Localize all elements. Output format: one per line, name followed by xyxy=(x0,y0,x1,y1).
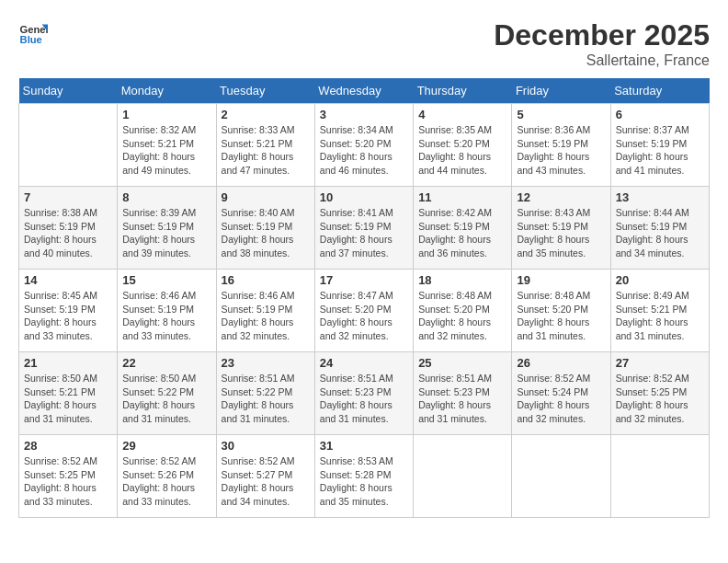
day-info: Sunrise: 8:46 AM Sunset: 5:19 PM Dayligh… xyxy=(122,289,210,343)
calendar-cell: 5Sunrise: 8:36 AM Sunset: 5:19 PM Daylig… xyxy=(512,104,610,187)
day-number: 23 xyxy=(222,356,310,370)
calendar-cell: 10Sunrise: 8:41 AM Sunset: 5:19 PM Dayli… xyxy=(314,187,413,270)
day-number: 5 xyxy=(517,108,605,121)
weekday-header-cell: Thursday xyxy=(414,78,512,104)
month-title: December 2025 xyxy=(494,18,710,52)
day-info: Sunrise: 8:38 AM Sunset: 5:19 PM Dayligh… xyxy=(24,206,112,260)
day-number: 3 xyxy=(320,108,408,121)
day-info: Sunrise: 8:34 AM Sunset: 5:20 PM Dayligh… xyxy=(320,123,408,178)
day-info: Sunrise: 8:48 AM Sunset: 5:20 PM Dayligh… xyxy=(517,289,605,343)
calendar-cell: 21Sunrise: 8:50 AM Sunset: 5:21 PM Dayli… xyxy=(19,352,118,435)
calendar-cell xyxy=(19,104,118,187)
day-info: Sunrise: 8:52 AM Sunset: 5:24 PM Dayligh… xyxy=(517,372,605,426)
location-title: Sallertaine, France xyxy=(494,52,710,69)
calendar-cell: 29Sunrise: 8:52 AM Sunset: 5:26 PM Dayli… xyxy=(118,435,216,518)
weekday-header-cell: Saturday xyxy=(610,78,709,104)
calendar-cell xyxy=(414,435,512,518)
day-number: 18 xyxy=(418,273,506,287)
day-info: Sunrise: 8:37 AM Sunset: 5:19 PM Dayligh… xyxy=(616,123,704,178)
day-number: 16 xyxy=(222,273,310,287)
day-number: 19 xyxy=(517,273,605,287)
calendar-table: SundayMondayTuesdayWednesdayThursdayFrid… xyxy=(18,78,710,518)
calendar-cell: 30Sunrise: 8:52 AM Sunset: 5:27 PM Dayli… xyxy=(216,435,314,518)
day-number: 10 xyxy=(320,190,408,204)
calendar-cell: 1Sunrise: 8:32 AM Sunset: 5:21 PM Daylig… xyxy=(118,104,216,187)
day-number: 7 xyxy=(24,190,112,204)
day-number: 27 xyxy=(616,356,704,370)
day-info: Sunrise: 8:42 AM Sunset: 5:19 PM Dayligh… xyxy=(418,206,506,260)
day-info: Sunrise: 8:39 AM Sunset: 5:19 PM Dayligh… xyxy=(122,206,210,260)
day-number: 6 xyxy=(616,108,704,121)
day-number: 14 xyxy=(24,273,112,287)
calendar-body: 1Sunrise: 8:32 AM Sunset: 5:21 PM Daylig… xyxy=(19,104,710,518)
day-info: Sunrise: 8:40 AM Sunset: 5:19 PM Dayligh… xyxy=(222,206,310,260)
day-number: 8 xyxy=(122,190,210,204)
day-number: 24 xyxy=(320,356,408,370)
day-number: 30 xyxy=(222,439,310,453)
calendar-cell xyxy=(610,435,709,518)
calendar-cell: 28Sunrise: 8:52 AM Sunset: 5:25 PM Dayli… xyxy=(19,435,118,518)
calendar-cell: 8Sunrise: 8:39 AM Sunset: 5:19 PM Daylig… xyxy=(118,187,216,270)
calendar-week-row: 28Sunrise: 8:52 AM Sunset: 5:25 PM Dayli… xyxy=(19,435,710,518)
day-info: Sunrise: 8:50 AM Sunset: 5:21 PM Dayligh… xyxy=(24,372,112,426)
day-info: Sunrise: 8:36 AM Sunset: 5:19 PM Dayligh… xyxy=(517,123,605,178)
day-number: 26 xyxy=(517,356,605,370)
calendar-cell: 24Sunrise: 8:51 AM Sunset: 5:23 PM Dayli… xyxy=(314,352,413,435)
calendar-cell: 25Sunrise: 8:51 AM Sunset: 5:23 PM Dayli… xyxy=(414,352,512,435)
header: General Blue December 2025 Sallertaine, … xyxy=(18,18,710,69)
day-number: 12 xyxy=(517,190,605,204)
weekday-header-cell: Monday xyxy=(118,78,216,104)
calendar-cell: 12Sunrise: 8:43 AM Sunset: 5:19 PM Dayli… xyxy=(512,187,610,270)
day-number: 29 xyxy=(122,439,210,453)
calendar-cell: 22Sunrise: 8:50 AM Sunset: 5:22 PM Dayli… xyxy=(118,352,216,435)
day-info: Sunrise: 8:43 AM Sunset: 5:19 PM Dayligh… xyxy=(517,206,605,260)
day-number: 4 xyxy=(418,108,506,121)
day-number: 1 xyxy=(122,108,210,121)
weekday-header-cell: Tuesday xyxy=(216,78,314,104)
day-info: Sunrise: 8:35 AM Sunset: 5:20 PM Dayligh… xyxy=(418,123,506,178)
calendar-cell xyxy=(512,435,610,518)
calendar-cell: 15Sunrise: 8:46 AM Sunset: 5:19 PM Dayli… xyxy=(118,270,216,352)
day-number: 20 xyxy=(616,273,704,287)
logo-icon: General Blue xyxy=(18,18,48,48)
weekday-header-row: SundayMondayTuesdayWednesdayThursdayFrid… xyxy=(19,78,710,104)
day-number: 31 xyxy=(320,439,408,453)
calendar-cell: 13Sunrise: 8:44 AM Sunset: 5:19 PM Dayli… xyxy=(610,187,709,270)
day-info: Sunrise: 8:44 AM Sunset: 5:19 PM Dayligh… xyxy=(616,206,704,260)
calendar-cell: 4Sunrise: 8:35 AM Sunset: 5:20 PM Daylig… xyxy=(414,104,512,187)
day-info: Sunrise: 8:52 AM Sunset: 5:25 PM Dayligh… xyxy=(616,372,704,426)
calendar-week-row: 21Sunrise: 8:50 AM Sunset: 5:21 PM Dayli… xyxy=(19,352,710,435)
day-number: 9 xyxy=(222,190,310,204)
calendar-cell: 23Sunrise: 8:51 AM Sunset: 5:22 PM Dayli… xyxy=(216,352,314,435)
calendar-cell: 27Sunrise: 8:52 AM Sunset: 5:25 PM Dayli… xyxy=(610,352,709,435)
calendar-cell: 19Sunrise: 8:48 AM Sunset: 5:20 PM Dayli… xyxy=(512,270,610,352)
day-info: Sunrise: 8:51 AM Sunset: 5:22 PM Dayligh… xyxy=(222,372,310,426)
day-info: Sunrise: 8:48 AM Sunset: 5:20 PM Dayligh… xyxy=(418,289,506,343)
calendar-cell: 18Sunrise: 8:48 AM Sunset: 5:20 PM Dayli… xyxy=(414,270,512,352)
calendar-week-row: 7Sunrise: 8:38 AM Sunset: 5:19 PM Daylig… xyxy=(19,187,710,270)
calendar-week-row: 14Sunrise: 8:45 AM Sunset: 5:19 PM Dayli… xyxy=(19,270,710,352)
day-info: Sunrise: 8:52 AM Sunset: 5:26 PM Dayligh… xyxy=(122,454,210,509)
day-info: Sunrise: 8:45 AM Sunset: 5:19 PM Dayligh… xyxy=(24,289,112,343)
day-number: 11 xyxy=(418,190,506,204)
day-info: Sunrise: 8:53 AM Sunset: 5:28 PM Dayligh… xyxy=(320,454,408,509)
calendar-cell: 3Sunrise: 8:34 AM Sunset: 5:20 PM Daylig… xyxy=(314,104,413,187)
logo: General Blue xyxy=(18,18,48,48)
day-number: 15 xyxy=(122,273,210,287)
day-info: Sunrise: 8:47 AM Sunset: 5:20 PM Dayligh… xyxy=(320,289,408,343)
day-info: Sunrise: 8:33 AM Sunset: 5:21 PM Dayligh… xyxy=(222,123,310,178)
day-number: 13 xyxy=(616,190,704,204)
weekday-header-cell: Friday xyxy=(512,78,610,104)
calendar-cell: 6Sunrise: 8:37 AM Sunset: 5:19 PM Daylig… xyxy=(610,104,709,187)
weekday-header-cell: Wednesday xyxy=(314,78,413,104)
day-number: 21 xyxy=(24,356,112,370)
calendar-cell: 26Sunrise: 8:52 AM Sunset: 5:24 PM Dayli… xyxy=(512,352,610,435)
day-info: Sunrise: 8:52 AM Sunset: 5:25 PM Dayligh… xyxy=(24,454,112,509)
calendar-cell: 7Sunrise: 8:38 AM Sunset: 5:19 PM Daylig… xyxy=(19,187,118,270)
calendar-cell: 11Sunrise: 8:42 AM Sunset: 5:19 PM Dayli… xyxy=(414,187,512,270)
day-number: 2 xyxy=(222,108,310,121)
day-info: Sunrise: 8:50 AM Sunset: 5:22 PM Dayligh… xyxy=(122,372,210,426)
calendar-cell: 9Sunrise: 8:40 AM Sunset: 5:19 PM Daylig… xyxy=(216,187,314,270)
title-area: December 2025 Sallertaine, France xyxy=(494,18,710,69)
day-info: Sunrise: 8:41 AM Sunset: 5:19 PM Dayligh… xyxy=(320,206,408,260)
